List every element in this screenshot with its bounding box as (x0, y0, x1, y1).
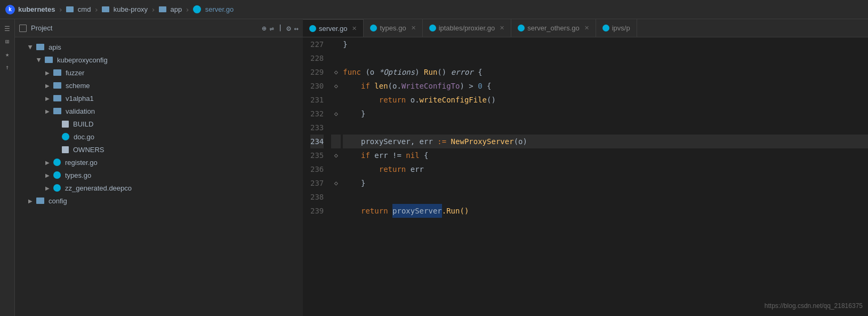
tabs-bar: server.go ✕ types.go ✕ iptables/proxier.… (303, 19, 868, 37)
breadcrumb-kubernetes: kubernetes (18, 5, 55, 13)
tab-label-server-go: server.go (319, 25, 347, 33)
code-line-233 (343, 121, 868, 135)
tab-types-go[interactable]: types.go ✕ (364, 19, 422, 37)
go-tab-icon-ipvs (602, 25, 609, 31)
label-apis: apis (49, 43, 61, 51)
separator: | (278, 24, 282, 33)
project-structure-icon[interactable]: ☰ (2, 23, 13, 34)
tree-item-v1alpha1[interactable]: ▶ v1alpha1 (15, 92, 303, 105)
go-file-icon-registergo (53, 159, 61, 166)
tree-item-typesgo[interactable]: ▶ types.go (15, 169, 303, 181)
arrow-apis: ▶ (28, 43, 34, 51)
build-file-icon (62, 121, 69, 128)
folder-icon-scheme (53, 82, 61, 89)
ln-227: 227 (310, 37, 324, 51)
folder-icon-cmd (66, 6, 74, 12)
tree-item-docgo[interactable]: doc.go (15, 130, 303, 143)
ln-234: 234 (310, 135, 324, 148)
arrow-fuzzer: ▶ (44, 70, 51, 76)
folder-icon-app (159, 6, 166, 12)
go-tab-icon-proxiergo (429, 25, 436, 31)
breadcrumb-sep-1: › (58, 5, 62, 14)
folder-icon-apis (36, 44, 44, 50)
tree-item-fuzzer[interactable]: ▶ fuzzer (15, 66, 303, 79)
folder-icon-kube-proxy (102, 6, 109, 12)
arrow-scheme: ▶ (44, 83, 51, 89)
tree-item-build[interactable]: BUILD (15, 117, 303, 130)
add-icon[interactable]: ⊕ (262, 24, 266, 33)
label-scheme: scheme (66, 82, 90, 90)
editor-area: server.go ✕ types.go ✕ iptables/proxier.… (303, 19, 868, 316)
label-build: BUILD (73, 120, 93, 128)
ln-238: 238 (310, 190, 324, 204)
gutter-235: ◇ (331, 148, 341, 162)
breadcrumb-sep-3: › (151, 5, 155, 14)
gutter-230: ◇ (331, 79, 341, 93)
title-bar: k kubernetes › cmd › kube-proxy › app › … (0, 0, 868, 19)
tab-label-server-others-go: server_others.go (527, 24, 580, 32)
ln-233: 233 (310, 121, 324, 135)
structure-icon[interactable]: ⊞ (2, 36, 13, 47)
code-line-232: } (343, 107, 868, 121)
tree-item-kubeproxyconfig[interactable]: ▶ kubeproxyconfig (15, 53, 303, 66)
breadcrumb-sep-2: › (94, 5, 98, 14)
main-content: ☰ ⊞ ★ ↑ Project ⊕ ⇌ | ⚙ ↔ ▶ apis (0, 19, 868, 316)
go-tab-icon-serverothers (518, 25, 525, 31)
folder-icon-validation (53, 108, 61, 114)
proxy-server-highlight: proxyServer (392, 204, 442, 218)
label-docgo: doc.go (74, 133, 94, 141)
sync-icon[interactable]: ⇌ (269, 24, 274, 33)
kubernetes-icon: k (5, 5, 15, 14)
tree-item-scheme[interactable]: ▶ scheme (15, 79, 303, 92)
tree-item-config[interactable]: ▶ config (15, 194, 303, 207)
tab-server-others-go[interactable]: server_others.go ✕ (511, 19, 596, 37)
ln-237: 237 (310, 176, 324, 190)
close-tab-proxier-go[interactable]: ✕ (500, 25, 504, 31)
gutter-232: ◇ (331, 107, 341, 121)
favorites-icon[interactable]: ★ (2, 49, 13, 60)
arrow-config: ▶ (27, 198, 34, 204)
ln-229: 229 (310, 65, 324, 79)
sidebar-panel-icon (19, 25, 27, 32)
arrow-v1alpha1: ▶ (44, 96, 51, 101)
go-tab-icon-servergo (309, 25, 316, 32)
code-line-238 (343, 190, 868, 204)
gutter-228 (331, 51, 341, 65)
tree-item-validation[interactable]: ▶ validation (15, 105, 303, 117)
tab-ipvs[interactable]: ipvs/p (596, 19, 637, 37)
label-typesgo: types.go (65, 171, 91, 179)
label-zzgenerated: zz_generated.deepco (65, 184, 132, 192)
close-tab-server-go[interactable]: ✕ (352, 25, 357, 32)
tree-item-zzgenerated[interactable]: ▶ zz_generated.deepco (15, 181, 303, 194)
code-line-228 (343, 51, 868, 65)
gutter-229: ◇ (331, 65, 341, 79)
gutter: ◇ ◇ ◇ ◇ ◇ (331, 37, 341, 316)
tab-iptables-proxier-go[interactable]: iptables/proxier.go ✕ (423, 19, 512, 37)
tree-item-registergo[interactable]: ▶ register.go (15, 156, 303, 169)
close-tab-types-go[interactable]: ✕ (411, 25, 416, 31)
tree-item-owners[interactable]: OWNERS (15, 143, 303, 156)
breadcrumb-kube-proxy: kube-proxy (102, 5, 148, 13)
close-tab-server-others-go[interactable]: ✕ (584, 25, 589, 31)
ln-230: 230 (310, 79, 324, 93)
settings-icon[interactable]: ⚙ (286, 24, 291, 33)
code-227-content: } (343, 37, 347, 51)
label-fuzzer: fuzzer (66, 69, 84, 77)
commit-icon[interactable]: ↑ (2, 62, 13, 73)
arrow-registergo: ▶ (44, 160, 51, 165)
gutter-227 (331, 37, 341, 51)
folder-icon-config (36, 198, 44, 204)
tree-item-apis[interactable]: ▶ apis (15, 41, 303, 53)
breadcrumb-sep-4: › (185, 5, 189, 14)
ln-232: 232 (310, 107, 324, 121)
go-file-icon-docgo (62, 133, 69, 140)
tab-server-go[interactable]: server.go ✕ (303, 19, 364, 37)
breadcrumb-cmd: cmd (66, 5, 91, 13)
sidebar-header: Project ⊕ ⇌ | ⚙ ↔ (15, 19, 303, 37)
tab-label-ipvs: ipvs/p (612, 24, 630, 32)
breadcrumb-app: app (159, 5, 182, 13)
folder-icon-fuzzer (53, 69, 61, 76)
expand-icon[interactable]: ↔ (294, 24, 299, 33)
left-stripe: ☰ ⊞ ★ ↑ (0, 19, 15, 316)
gutter-234 (331, 135, 341, 148)
